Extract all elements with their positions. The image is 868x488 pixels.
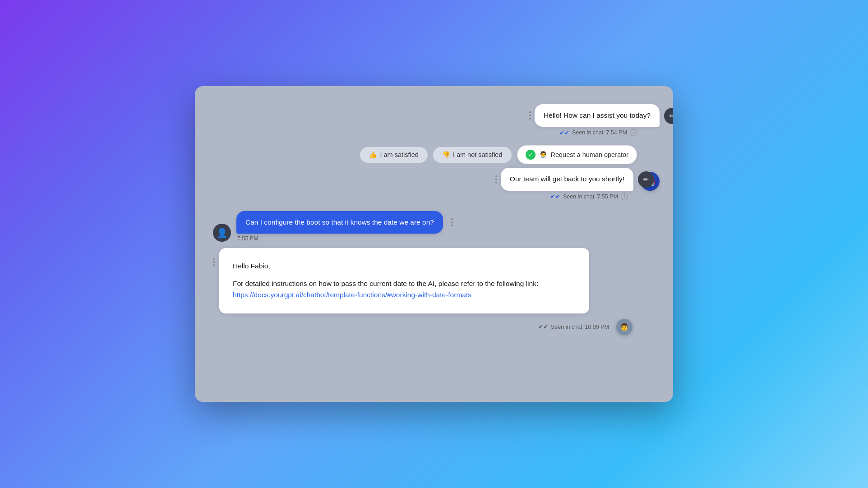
seen-label-2: Seen in chat (563, 193, 595, 200)
edit-icon: ✏ (669, 112, 673, 120)
satisfied-label: I am satisfied (380, 151, 418, 158)
message-group-1: Hello! How can I assist you today? ✏ ✔✔ … (208, 104, 660, 136)
seen-status-1: ✔✔ Seen in chat 7:54 PM i (208, 129, 660, 136)
request-operator-button[interactable]: ✓ 🧑‍💼 Request a human operator (517, 145, 637, 164)
not-satisfied-label: I am not satisfied (453, 151, 503, 158)
seen-label-3: Seen in chat (551, 324, 582, 330)
bot-message-text-1: Hello! How can I assist you today? (544, 111, 651, 119)
green-check-icon: ✓ (526, 150, 536, 160)
bot-bubble-1: Hello! How can I assist you today? ✏ (535, 104, 660, 127)
request-operator-label: Request a human operator (551, 151, 629, 158)
not-satisfied-emoji: 👎 (442, 151, 450, 159)
human-agent-icon: 👨 (620, 322, 629, 331)
not-satisfied-button[interactable]: 👎 I am not satisfied (433, 147, 512, 163)
chat-window: Hello! How can I assist you today? ✏ ✔✔ … (195, 86, 673, 402)
messages-container: Hello! How can I assist you today? ✏ ✔✔ … (195, 100, 673, 393)
bot-message-row-2: Our team will get back to you shortly! ✏… (208, 168, 660, 190)
message-options-btn-user[interactable] (448, 216, 457, 229)
double-check-icon-1: ✔✔ (559, 129, 569, 136)
double-check-icon-3: ✔✔ (538, 323, 548, 330)
user-bubble-wrap: Can I configure the boot so that it know… (236, 211, 457, 242)
user-message-text: Can I configure the boot so that it know… (245, 218, 434, 226)
info-icon-1[interactable]: i (630, 129, 637, 136)
user-avatar: 👤 (213, 224, 231, 242)
human-agent-avatar: 👨 (616, 319, 633, 335)
card-body: For detailed instructions on how to pass… (233, 278, 576, 301)
time-3: 10:09 PM (585, 324, 609, 330)
info-icon-2[interactable]: i (621, 193, 628, 200)
user-time: 7:55 PM (237, 235, 259, 242)
satisfied-emoji: 👍 (369, 151, 377, 159)
bot-bubble-2: Our team will get back to you shortly! ✏ (501, 168, 633, 190)
quick-replies: 👍 I am satisfied 👎 I am not satisfied ✓ … (208, 145, 660, 164)
double-check-icon-2: ✔✔ (550, 193, 560, 200)
time-1: 7:54 PM (606, 129, 627, 136)
user-message-area: 👤 Can I configure the boot so that it kn… (208, 211, 660, 242)
operator-emoji: 🧑‍💼 (539, 151, 547, 159)
card-greeting: Hello Fabio, (233, 261, 576, 272)
bot-reply-area: Hello Fabio, For detailed instructions o… (208, 248, 660, 335)
seen-status-2: ✔✔ Seen in chat 7:55 PM i (208, 193, 660, 200)
edit-icon-2: ✏ (643, 176, 649, 183)
satisfied-button[interactable]: 👍 I am satisfied (360, 147, 427, 163)
seen-status-3: ✔✔ Seen in chat 10:09 PM 👨 (213, 316, 660, 335)
bot-options-left (213, 248, 215, 266)
time-2: 7:55 PM (597, 193, 618, 200)
docs-link[interactable]: https://docs.yourgpt.ai/chatbot/template… (233, 291, 471, 299)
user-bubble: Can I configure the boot so that it know… (236, 211, 443, 234)
bot-message-row-1: Hello! How can I assist you today? ✏ (208, 104, 660, 127)
bot-card-bubble: Hello Fabio, For detailed instructions o… (219, 248, 589, 313)
message-options-btn-1[interactable] (526, 109, 535, 122)
seen-label-1: Seen in chat (572, 129, 604, 136)
user-timestamp: 7:55 PM (236, 235, 457, 242)
message-group-2: Our team will get back to you shortly! ✏… (208, 168, 660, 200)
bot-reply-row: Hello Fabio, For detailed instructions o… (213, 248, 660, 313)
edit-button-1[interactable]: ✏ (664, 108, 673, 124)
bot-message-text-2: Our team will get back to you shortly! (510, 175, 624, 183)
message-options-btn-2[interactable] (492, 173, 501, 186)
person-icon: 👤 (217, 227, 228, 238)
